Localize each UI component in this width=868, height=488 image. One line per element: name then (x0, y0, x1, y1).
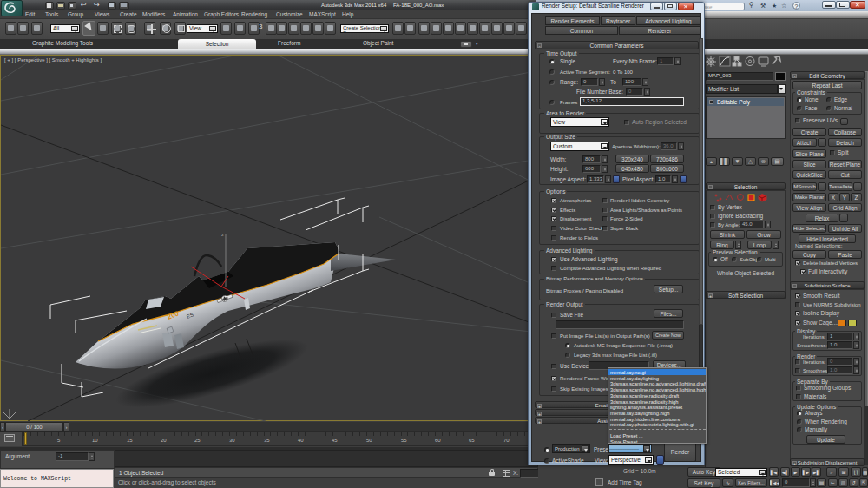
svg-text:z: z (221, 232, 224, 237)
